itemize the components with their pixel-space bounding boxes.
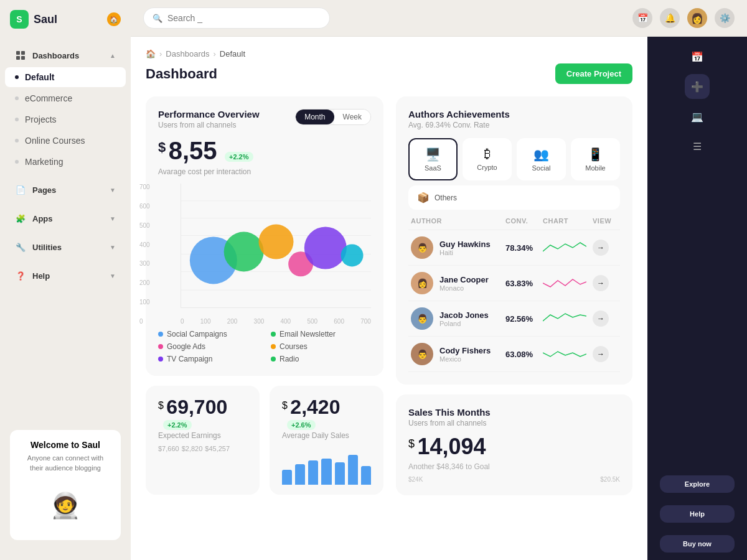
svg-point-11 bbox=[341, 244, 364, 266]
sidebar-item-projects[interactable]: Projects bbox=[5, 110, 126, 129]
buy-now-btn[interactable]: Buy now bbox=[660, 535, 735, 553]
view-btn-guy[interactable]: → bbox=[593, 240, 609, 256]
topbar-right: 📅 🔔 👩 ⚙️ bbox=[632, 8, 735, 28]
expected-earnings-value: 69,700 bbox=[166, 396, 227, 418]
legend-google-ads: Google Ads bbox=[158, 342, 258, 351]
svg-point-8 bbox=[259, 225, 294, 259]
search-input[interactable] bbox=[167, 13, 321, 23]
nav-apps: 🧩 Apps ▼ bbox=[0, 204, 131, 233]
add-panel-icon[interactable]: ➕ bbox=[685, 74, 710, 99]
cat-tab-saas[interactable]: 🖥️ SaaS bbox=[408, 138, 458, 180]
sales-title: Sales This Months bbox=[408, 407, 620, 418]
apps-icon: 🧩 bbox=[15, 213, 26, 224]
category-tabs: 🖥️ SaaS ₿ Crypto 👥 Social bbox=[408, 138, 620, 180]
bubble-chart bbox=[181, 184, 371, 308]
explore-btn[interactable]: Explore bbox=[660, 475, 735, 493]
nav-utilities: 🔧 Utilities ▼ bbox=[0, 233, 131, 261]
legend-social-campaigns: Social Campaigns bbox=[158, 330, 258, 338]
astronaut-image: 🧑‍🚀 bbox=[20, 480, 111, 530]
chart-legend: Social Campaigns Email Newsletter Google… bbox=[158, 330, 371, 363]
avatar-cody: 👨 bbox=[411, 343, 433, 365]
bar-2 bbox=[295, 464, 305, 485]
sparkline-jane bbox=[543, 276, 586, 291]
tab-week[interactable]: Week bbox=[334, 110, 370, 124]
view-btn-jane[interactable]: → bbox=[593, 275, 609, 291]
sidebar-item-default[interactable]: Default bbox=[5, 67, 126, 87]
breadcrumb: 🏠 › Dashboards › Default bbox=[146, 49, 632, 58]
sparkline-guy bbox=[543, 240, 586, 255]
calendar-icon[interactable]: 📅 bbox=[632, 8, 652, 28]
avatar-jane: 👩 bbox=[411, 272, 433, 294]
sidebar-item-help[interactable]: ❓ Help ▼ bbox=[5, 265, 126, 286]
settings-icon[interactable]: ⚙️ bbox=[715, 8, 735, 28]
x-axis: 0 100 200 300 400 500 600 700 bbox=[181, 315, 371, 325]
nav-pages: 📄 Pages ▼ bbox=[0, 175, 131, 204]
sidebar-item-dashboards[interactable]: Dashboards ▲ bbox=[5, 45, 126, 66]
author-name-guy: Guy Hawkins bbox=[439, 240, 491, 249]
author-loc-jane: Monaco bbox=[439, 284, 489, 292]
author-row-guy: 👨 Guy Hawkins Haiti 78.34% bbox=[408, 230, 620, 266]
expected-earnings-label: Expected Earnings bbox=[158, 431, 247, 440]
breadcrumb-home[interactable]: 🏠 bbox=[146, 49, 156, 58]
author-loc-jacob: Poland bbox=[439, 320, 489, 327]
help-btn[interactable]: Help bbox=[660, 505, 735, 523]
cat-tab-others[interactable]: 📦 Others bbox=[408, 185, 620, 210]
svg-point-7 bbox=[224, 231, 264, 271]
calendar-panel-icon[interactable]: 📅 bbox=[685, 44, 710, 69]
sales-goal: Another $48,346 to Goal bbox=[408, 462, 620, 471]
search-box[interactable]: 🔍 bbox=[143, 7, 330, 29]
sidebar-item-ecommerce[interactable]: eCommerce bbox=[5, 88, 126, 108]
breadcrumb-dashboards[interactable]: Dashboards bbox=[166, 49, 209, 58]
dot-icon bbox=[15, 160, 19, 164]
bar-3 bbox=[308, 460, 318, 485]
notification-icon[interactable]: 🔔 bbox=[660, 8, 680, 28]
chevron-icon: ▼ bbox=[110, 215, 116, 222]
crypto-icon: ₿ bbox=[469, 147, 505, 161]
sidebar-item-pages[interactable]: 📄 Pages ▼ bbox=[5, 179, 126, 200]
welcome-desc: Anyone can connect with their audience b… bbox=[20, 454, 111, 473]
chevron-icon: ▼ bbox=[110, 244, 116, 251]
view-btn-cody[interactable]: → bbox=[593, 346, 609, 362]
performance-subtitle: Users from all channels bbox=[158, 121, 260, 129]
chart-cody bbox=[543, 347, 593, 362]
code-panel-icon[interactable]: 💻 bbox=[685, 104, 710, 129]
menu-panel-icon[interactable]: ☰ bbox=[685, 134, 710, 159]
app-name: Saul bbox=[34, 13, 57, 26]
metric-big: $ 8,55 +2.2% bbox=[158, 137, 371, 165]
content-main: 🏠 › Dashboards › Default Dashboard Creat… bbox=[131, 37, 647, 560]
utilities-icon: 🔧 bbox=[15, 241, 26, 253]
welcome-title: Welcome to Saul bbox=[20, 440, 111, 450]
cat-tab-crypto[interactable]: ₿ Crypto bbox=[463, 138, 512, 180]
nav-help: ❓ Help ▼ bbox=[0, 261, 131, 290]
chevron-icon: ▼ bbox=[110, 187, 116, 194]
avatar-guy: 👨 bbox=[411, 236, 433, 259]
tab-month[interactable]: Month bbox=[296, 110, 334, 124]
avg-daily-sales-label: Average Daily Sales bbox=[282, 431, 371, 440]
conv-cody: 63.08% bbox=[505, 350, 543, 359]
create-project-button[interactable]: Create Project bbox=[555, 63, 632, 84]
legend-email-newsletter: Email Newsletter bbox=[271, 330, 371, 338]
sidebar-item-online-courses[interactable]: Online Courses bbox=[5, 131, 126, 151]
view-btn-jacob[interactable]: → bbox=[593, 310, 609, 327]
author-loc-cody: Mexico bbox=[439, 355, 491, 363]
sidebar-item-utilities[interactable]: 🔧 Utilities ▼ bbox=[5, 236, 126, 258]
metric-label: Avarage cost per interaction bbox=[158, 167, 371, 176]
avatar[interactable]: 👩 bbox=[687, 8, 707, 28]
cat-tab-mobile[interactable]: 📱 Mobile bbox=[571, 138, 620, 180]
cat-tab-social[interactable]: 👥 Social bbox=[517, 138, 566, 180]
authors-title: Authors Achievements bbox=[408, 109, 620, 119]
sidebar-item-apps[interactable]: 🧩 Apps ▼ bbox=[5, 208, 126, 229]
left-column: Performance Overview Users from all chan… bbox=[146, 96, 383, 495]
logo-badge: 🏠 bbox=[107, 12, 121, 26]
sidebar-item-marketing[interactable]: Marketing bbox=[5, 152, 126, 172]
col-author: Author bbox=[411, 217, 505, 225]
svg-point-10 bbox=[304, 226, 347, 269]
page-header: Dashboard Create Project bbox=[146, 63, 632, 84]
mobile-icon: 📱 bbox=[577, 147, 614, 162]
author-info-jane: 👩 Jane Cooper Monaco bbox=[411, 272, 505, 294]
right-panel: 📅 ➕ 💻 ☰ Explore Help Buy now bbox=[647, 37, 747, 560]
avatar-jacob: 👨 bbox=[411, 307, 433, 330]
sidebar-logo: S Saul 🏠 bbox=[0, 10, 131, 41]
legend-courses: Courses bbox=[271, 342, 371, 351]
col-chart: Chart bbox=[543, 217, 593, 225]
